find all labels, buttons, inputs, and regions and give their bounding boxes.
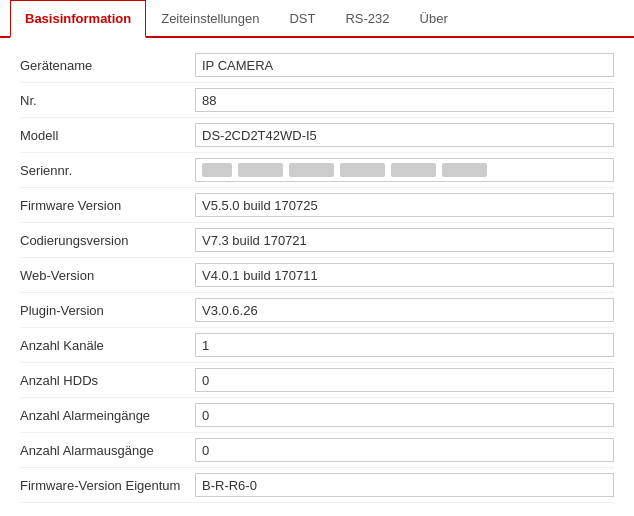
label-nr: Nr. (20, 93, 195, 108)
form-row-modell: ModellDS-2CD2T42WD-I5 (20, 118, 614, 153)
label-modell: Modell (20, 128, 195, 143)
value-plugin: V3.0.6.26 (195, 298, 614, 322)
content-area: GerätenameIP CAMERANr.88ModellDS-2CD2T42… (0, 38, 634, 516)
form-row-alarmausgaenge: Anzahl Alarmausgänge0 (20, 433, 614, 468)
label-serial: Seriennr. (20, 163, 195, 178)
value-modell: DS-2CD2T42WD-I5 (195, 123, 614, 147)
label-plugin: Plugin-Version (20, 303, 195, 318)
label-devicename: Gerätename (20, 58, 195, 73)
serial-block (289, 163, 334, 177)
form-row-serial: Seriennr. (20, 153, 614, 188)
tab-zeiteinstellungen[interactable]: Zeiteinstellungen (146, 0, 274, 38)
label-codierung: Codierungsversion (20, 233, 195, 248)
serial-block (340, 163, 385, 177)
form-row-fwEigentum: Firmware-Version EigentumB-R-R6-0 (20, 468, 614, 503)
value-devicename: IP CAMERA (195, 53, 614, 77)
label-fwEigentum: Firmware-Version Eigentum (20, 478, 195, 493)
value-nr: 88 (195, 88, 614, 112)
label-webversion: Web-Version (20, 268, 195, 283)
value-fwEigentum: B-R-R6-0 (195, 473, 614, 497)
value-webversion: V4.0.1 build 170711 (195, 263, 614, 287)
value-hdds: 0 (195, 368, 614, 392)
serial-block (442, 163, 487, 177)
label-firmware: Firmware Version (20, 198, 195, 213)
label-kanaele: Anzahl Kanäle (20, 338, 195, 353)
form-row-codierung: CodierungsversionV7.3 build 170721 (20, 223, 614, 258)
label-alarmausgaenge: Anzahl Alarmausgänge (20, 443, 195, 458)
form-row-plugin: Plugin-VersionV3.0.6.26 (20, 293, 614, 328)
tab-ueber[interactable]: Über (405, 0, 463, 38)
form-row-nr: Nr.88 (20, 83, 614, 118)
form-row-kanaele: Anzahl Kanäle1 (20, 328, 614, 363)
form-row-firmware: Firmware VersionV5.5.0 build 170725 (20, 188, 614, 223)
value-firmware: V5.5.0 build 170725 (195, 193, 614, 217)
serial-block (391, 163, 436, 177)
tab-dst[interactable]: DST (274, 0, 330, 38)
tab-rs232[interactable]: RS-232 (330, 0, 404, 38)
label-alarmeingaenge: Anzahl Alarmeingänge (20, 408, 195, 423)
form-row-devicename: GerätenameIP CAMERA (20, 48, 614, 83)
tabs-bar: BasisinformationZeiteinstellungenDSTRS-2… (0, 0, 634, 38)
value-codierung: V7.3 build 170721 (195, 228, 614, 252)
label-hdds: Anzahl HDDs (20, 373, 195, 388)
serial-block (202, 163, 232, 177)
form-row-hdds: Anzahl HDDs0 (20, 363, 614, 398)
form-row-webversion: Web-VersionV4.0.1 build 170711 (20, 258, 614, 293)
value-serial (195, 158, 614, 182)
value-alarmausgaenge: 0 (195, 438, 614, 462)
value-kanaele: 1 (195, 333, 614, 357)
form-row-alarmeingaenge: Anzahl Alarmeingänge0 (20, 398, 614, 433)
tab-basisinformation[interactable]: Basisinformation (10, 0, 146, 38)
serial-block (238, 163, 283, 177)
value-alarmeingaenge: 0 (195, 403, 614, 427)
